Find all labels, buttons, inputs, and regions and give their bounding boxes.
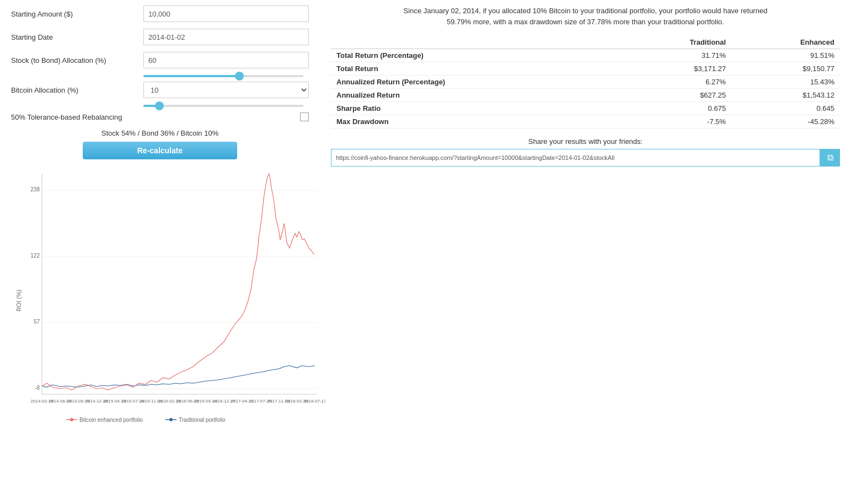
svg-text:-8: -8 — [35, 385, 40, 391]
stock-slider-row — [11, 75, 309, 77]
traditional-cell: 31.71% — [618, 49, 732, 62]
share-row: ⧉ — [331, 149, 840, 167]
stock-slider-track[interactable] — [143, 75, 303, 77]
table-row: Annualized Return$627.25$1,543.12 — [331, 89, 840, 102]
traditional-cell: 6.27% — [618, 76, 732, 89]
metric-cell: Total Return — [331, 62, 618, 76]
right-panel: Since January 02, 2014, if you allocated… — [320, 0, 851, 504]
stock-slider-fill — [143, 75, 239, 77]
traditional-cell: $3,171.27 — [618, 62, 732, 76]
bitcoin-line — [42, 174, 315, 390]
svg-text:2018-07-13: 2018-07-13 — [304, 399, 325, 404]
table-row: Total Return$3,171.27$9,150.77 — [331, 62, 840, 76]
starting-amount-input[interactable] — [143, 6, 309, 22]
svg-text:Bitcoin enhanced portfolio: Bitcoin enhanced portfolio — [79, 417, 143, 423]
table-row: Max Drawdown-7.5%-45.28% — [331, 115, 840, 128]
bitcoin-slider-track[interactable] — [143, 105, 303, 107]
stock-allocation-label: Stock (to Bond) Allocation (%) — [11, 56, 143, 65]
summary-text: Since January 02, 2014, if you allocated… — [398, 6, 773, 27]
enhanced-cell: -45.28% — [731, 115, 840, 128]
enhanced-cell: 91.51% — [731, 49, 840, 62]
enhanced-cell: $1,543.12 — [731, 89, 840, 102]
copy-icon: ⧉ — [827, 153, 833, 163]
stock-slider-thumb[interactable] — [235, 72, 244, 81]
table-row: Sharpe Ratio0.6750.645 — [331, 102, 840, 115]
bitcoin-allocation-label: Bitcoin Allocation (%) — [11, 86, 143, 94]
svg-text:57: 57 — [34, 319, 40, 325]
starting-amount-row: Starting Amount ($) — [11, 6, 309, 22]
metric-cell: Annualized Return — [331, 89, 618, 102]
metric-cell: Max Drawdown — [331, 115, 618, 128]
metric-cell: Total Return (Percentage) — [331, 49, 618, 62]
col-header-traditional: Traditional — [618, 36, 732, 49]
col-header-enhanced: Enhanced — [731, 36, 840, 49]
chart-svg: ROI (%) 238 122 57 -8 2014-02-19 2014-06… — [17, 168, 325, 433]
copy-button[interactable]: ⧉ — [820, 149, 840, 167]
svg-point-28 — [70, 418, 73, 421]
chart-legend: Bitcoin enhanced portfolio Traditional p… — [66, 417, 226, 423]
tolerance-checkbox[interactable] — [300, 112, 309, 121]
traditional-cell: $627.25 — [618, 89, 732, 102]
bitcoin-slider-container — [11, 105, 309, 107]
starting-date-row: Starting Date — [11, 29, 309, 45]
col-header-metric — [331, 36, 618, 49]
svg-text:ROI (%): ROI (%) — [17, 289, 22, 312]
bitcoin-slider-row — [11, 105, 309, 107]
stock-allocation-input[interactable] — [143, 52, 309, 68]
svg-point-31 — [169, 418, 173, 421]
starting-date-label: Starting Date — [11, 33, 143, 41]
tolerance-label: 50% Tolerance-based Rebalancing — [11, 113, 300, 121]
table-row: Annualized Return (Percentage)6.27%15.43… — [331, 76, 840, 89]
svg-text:Traditional portfolio: Traditional portfolio — [179, 417, 226, 423]
recalculate-button[interactable]: Re-calculate — [83, 142, 237, 159]
svg-text:122: 122 — [30, 253, 40, 259]
enhanced-cell: 15.43% — [731, 76, 840, 89]
chart-area: ROI (%) 238 122 57 -8 2014-02-19 2014-06… — [17, 168, 325, 433]
allocation-display: Stock 54% / Bond 36% / Bitcoin 10% — [11, 129, 309, 137]
bitcoin-allocation-select[interactable]: 10 5 15 20 — [143, 82, 309, 98]
stock-allocation-row: Stock (to Bond) Allocation (%) — [11, 52, 309, 68]
traditional-cell: 0.675 — [618, 102, 732, 115]
left-panel: Starting Amount ($) Starting Date Stock … — [0, 0, 320, 504]
traditional-cell: -7.5% — [618, 115, 732, 128]
share-label: Share your results with your friends: — [331, 137, 840, 146]
stock-slider-container — [11, 75, 309, 77]
bitcoin-slider-thumb[interactable] — [155, 101, 164, 110]
starting-date-input[interactable] — [143, 29, 309, 45]
results-table: Traditional Enhanced Total Return (Perce… — [331, 36, 840, 128]
starting-amount-label: Starting Amount ($) — [11, 10, 143, 18]
enhanced-cell: $9,150.77 — [731, 62, 840, 76]
bitcoin-allocation-row: Bitcoin Allocation (%) 10 5 15 20 — [11, 82, 309, 98]
metric-cell: Annualized Return (Percentage) — [331, 76, 618, 89]
svg-text:238: 238 — [30, 186, 40, 192]
share-url-input[interactable] — [331, 149, 820, 167]
table-row: Total Return (Percentage)31.71%91.51% — [331, 49, 840, 62]
tolerance-row: 50% Tolerance-based Rebalancing — [11, 112, 309, 121]
traditional-line — [42, 366, 315, 387]
metric-cell: Sharpe Ratio — [331, 102, 618, 115]
enhanced-cell: 0.645 — [731, 102, 840, 115]
